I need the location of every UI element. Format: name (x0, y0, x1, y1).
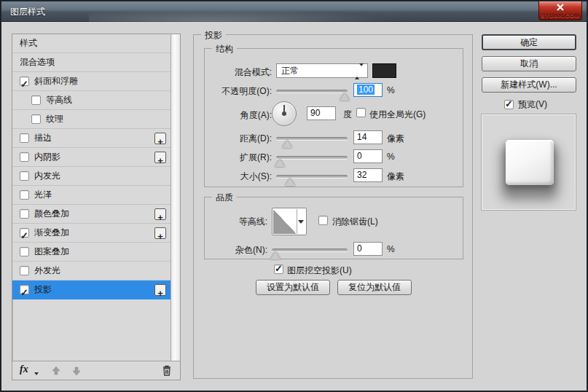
ok-button[interactable]: 确定 (482, 34, 576, 50)
inner-shadow-checkbox[interactable] (20, 152, 29, 162)
opacity-unit: % (387, 85, 395, 95)
opacity-field[interactable]: 100 (353, 83, 383, 97)
angle-field[interactable]: 90 (307, 106, 336, 120)
inner-glow-checkbox[interactable] (20, 171, 29, 181)
antialias-checkbox[interactable] (318, 216, 328, 225)
spread-slider-thumb[interactable] (275, 159, 285, 167)
sidebar-item-label: 外发光 (34, 262, 60, 280)
sidebar-item-label: 样式 (20, 34, 37, 52)
add-drop-shadow-instance-icon[interactable] (154, 284, 166, 296)
set-default-label: 设置为默认值 (267, 281, 319, 294)
noise-slider-thumb[interactable] (270, 251, 281, 259)
opacity-slider[interactable] (276, 90, 348, 93)
blend-mode-value: 正常 (281, 65, 299, 77)
color-overlay-checkbox[interactable] (20, 209, 29, 219)
fx-menu-button[interactable]: fx (20, 364, 28, 375)
sidebar-item-outer-glow[interactable]: 外发光 (12, 262, 170, 281)
global-light-checkbox[interactable] (356, 108, 366, 117)
structure-group: 结构 混合模式: 正常 不透明度(O): 100 % 角度(A): 90 度 (204, 48, 463, 187)
angle-dial[interactable] (272, 101, 297, 126)
sidebar-item-pattern-overlay[interactable]: 图案叠加 (12, 243, 170, 262)
set-default-button[interactable]: 设置为默认值 (256, 280, 330, 295)
title-bar[interactable]: 图层样式 SYUAN.COM (1, 1, 587, 22)
preview-checkbox[interactable] (504, 100, 514, 109)
sidebar-item-inner-glow[interactable]: 内发光 (12, 167, 170, 186)
blend-mode-dropdown[interactable]: 正常 (276, 63, 368, 78)
drop-shadow-checkbox[interactable] (20, 285, 29, 294)
spread-slider[interactable] (276, 156, 348, 160)
layer-style-dialog: 图层样式 SYUAN.COM 样式 混合选项 斜面和浮雕 等高线 (0, 0, 588, 392)
opacity-label: 不透明度(O): (205, 85, 272, 98)
texture-checkbox[interactable] (31, 114, 41, 124)
cancel-label: 取消 (520, 58, 538, 70)
close-button[interactable]: SYUAN.COM (538, 1, 582, 20)
opacity-slider-thumb[interactable] (340, 93, 350, 101)
angle-dial-hub (282, 111, 286, 116)
stroke-checkbox[interactable] (20, 133, 29, 143)
add-inner-shadow-instance-icon[interactable] (154, 152, 166, 163)
add-gradient-overlay-instance-icon[interactable] (154, 227, 166, 239)
layer-knockout-label: 图层挖空投影(U) (287, 264, 352, 277)
spread-value: 0 (357, 151, 362, 161)
spread-label: 扩展(R): (205, 152, 272, 164)
move-effect-down-icon[interactable] (71, 365, 82, 377)
structure-legend: 结构 (212, 43, 237, 55)
distance-label: 距离(D): (205, 133, 272, 145)
size-field[interactable]: 32 (353, 168, 383, 182)
add-stroke-instance-icon[interactable] (154, 133, 166, 144)
sidebar-scrollbar[interactable] (170, 34, 180, 361)
distance-slider[interactable] (276, 137, 348, 141)
distance-field[interactable]: 14 (353, 130, 383, 144)
sidebar-item-drop-shadow[interactable]: 投影 (12, 281, 170, 299)
spread-field[interactable]: 0 (353, 149, 383, 163)
noise-slider[interactable] (272, 248, 348, 252)
layer-knockout-checkbox[interactable] (274, 264, 283, 274)
opacity-value: 100 (357, 85, 375, 95)
sidebar-item-label: 内发光 (34, 167, 60, 185)
size-slider-thumb[interactable] (285, 178, 295, 186)
distance-value: 14 (357, 132, 366, 142)
sidebar-item-satin[interactable]: 光泽 (12, 186, 170, 205)
sidebar-item-blending-options[interactable]: 混合选项 (12, 53, 170, 72)
contour-checkbox[interactable] (31, 95, 41, 105)
sidebar-item-color-overlay[interactable]: 颜色叠加 (12, 205, 170, 224)
delete-effect-icon[interactable] (161, 364, 173, 377)
sidebar-item-label: 颜色叠加 (34, 205, 69, 223)
outer-glow-checkbox[interactable] (20, 266, 29, 275)
new-style-label: 新建样式(W)... (501, 79, 557, 91)
contour-picker[interactable] (272, 208, 307, 235)
sidebar-item-stroke[interactable]: 描边 (12, 129, 170, 148)
sidebar-item-label: 光泽 (34, 186, 52, 204)
sidebar-item-inner-shadow[interactable]: 内阴影 (12, 148, 170, 167)
titlebar-sheen (89, 9, 395, 22)
shadow-color-swatch[interactable] (372, 63, 396, 78)
sidebar-item-label: 图案叠加 (34, 243, 69, 261)
move-effect-up-icon[interactable] (50, 365, 62, 377)
add-color-overlay-instance-icon[interactable] (154, 208, 166, 220)
distance-slider-thumb[interactable] (282, 140, 292, 148)
size-slider[interactable] (276, 175, 348, 179)
satin-checkbox[interactable] (20, 190, 29, 200)
fx-menu-caret-icon (34, 372, 39, 375)
styles-sidebar: 样式 混合选项 斜面和浮雕 等高线 纹理 描边 (12, 34, 181, 380)
bevel-emboss-checkbox[interactable] (20, 77, 29, 86)
angle-unit: 度 (343, 109, 352, 121)
sidebar-item-texture[interactable]: 纹理 (12, 110, 170, 129)
pattern-overlay-checkbox[interactable] (20, 247, 29, 256)
size-label: 大小(S): (205, 170, 272, 183)
cancel-button[interactable]: 取消 (482, 56, 576, 71)
gradient-overlay-checkbox[interactable] (20, 228, 29, 238)
contour-thumbnail (273, 209, 297, 234)
size-unit: 像素 (387, 170, 404, 183)
ok-label: 确定 (520, 36, 538, 49)
global-light-label: 使用全局光(G) (369, 109, 426, 121)
sidebar-item-contour[interactable]: 等高线 (12, 91, 170, 110)
sidebar-item-styles[interactable]: 样式 (12, 34, 170, 53)
noise-field[interactable]: 0 (353, 242, 383, 256)
sidebar-item-bevel-emboss[interactable]: 斜面和浮雕 (12, 72, 170, 91)
new-style-button[interactable]: 新建样式(W)... (482, 77, 576, 93)
sidebar-item-gradient-overlay[interactable]: 渐变叠加 (12, 224, 170, 243)
preview-toggle[interactable]: 预览(V) (504, 98, 547, 111)
reset-default-button[interactable]: 复位为默认值 (337, 280, 412, 295)
sidebar-item-label: 纹理 (46, 110, 63, 128)
